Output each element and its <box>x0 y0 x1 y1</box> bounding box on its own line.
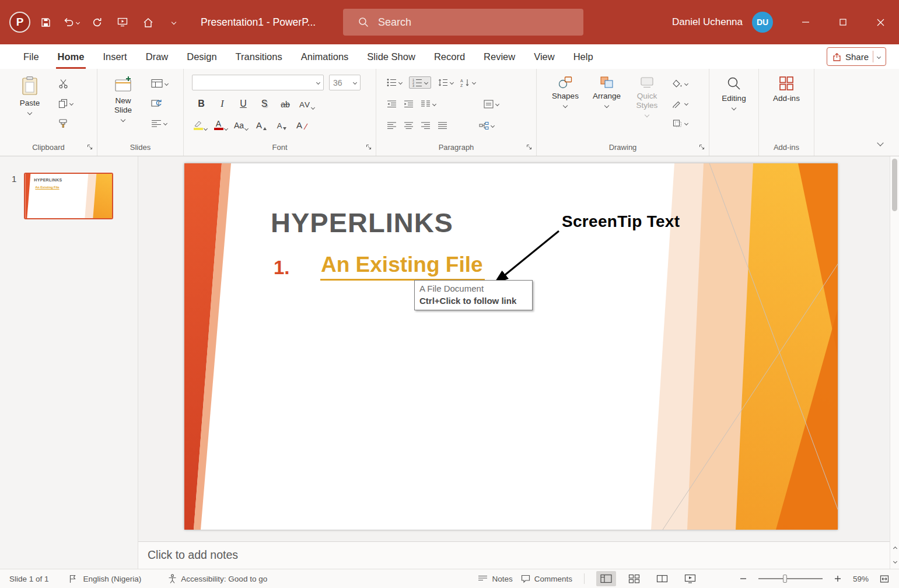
home-button[interactable] <box>138 10 159 34</box>
paragraph-dialog-launcher[interactable] <box>525 143 533 151</box>
font-dialog-launcher[interactable] <box>365 143 373 151</box>
copy-button[interactable] <box>58 97 73 110</box>
notes-pane[interactable]: Click to add notes <box>138 541 890 569</box>
close-button[interactable] <box>862 0 899 44</box>
slide-sorter-view-button[interactable] <box>624 571 644 586</box>
tab-help[interactable]: Help <box>564 44 603 69</box>
slideshow-view-button[interactable] <box>680 571 700 586</box>
align-right-button[interactable] <box>421 119 431 132</box>
collapse-ribbon-button[interactable] <box>878 137 883 148</box>
new-slide-button[interactable]: New Slide <box>106 72 141 121</box>
font-name-combo[interactable] <box>192 75 324 90</box>
quick-styles-button[interactable]: Quick Styles <box>630 72 664 117</box>
slide-1-thumbnail[interactable]: HYPERLINKS An Existing File <box>24 173 113 219</box>
start-slideshow-button[interactable] <box>112 10 133 34</box>
convert-smartart-button[interactable] <box>479 119 494 132</box>
save-button[interactable] <box>35 10 56 34</box>
accessibility-button[interactable]: Accessibility: Good to go <box>168 574 267 583</box>
user-avatar[interactable]: DU <box>752 12 773 33</box>
fit-to-window-button[interactable] <box>877 571 892 586</box>
tab-view[interactable]: View <box>524 44 564 69</box>
character-spacing-button[interactable]: AV <box>299 96 314 110</box>
underline-button[interactable]: U <box>236 96 250 110</box>
tab-slide-show[interactable]: Slide Show <box>358 44 425 69</box>
scroll-down-button[interactable] <box>890 555 899 568</box>
align-text-button[interactable] <box>484 97 499 110</box>
language-button[interactable]: English (Nigeria) <box>83 575 142 583</box>
drawing-dialog-launcher[interactable] <box>698 143 706 151</box>
justify-button[interactable] <box>438 119 447 132</box>
spell-check-button[interactable] <box>69 575 76 583</box>
minimize-button[interactable] <box>787 0 824 44</box>
editing-button[interactable]: Editing <box>716 72 751 110</box>
font-color-button[interactable]: A <box>214 117 228 131</box>
line-spacing-button[interactable] <box>438 76 453 89</box>
clear-formatting-button[interactable]: A <box>295 117 309 131</box>
cut-button[interactable] <box>58 77 73 90</box>
tab-record[interactable]: Record <box>425 44 474 69</box>
tab-review[interactable]: Review <box>474 44 524 69</box>
redo-button[interactable] <box>86 10 107 34</box>
shape-outline-button[interactable] <box>672 97 688 110</box>
reset-slide-button[interactable] <box>151 97 168 110</box>
clipboard-dialog-launcher[interactable] <box>86 143 94 151</box>
shape-effects-button[interactable] <box>672 117 688 130</box>
zoom-out-button[interactable] <box>736 571 750 586</box>
tab-file[interactable]: File <box>14 44 48 69</box>
format-painter-button[interactable] <box>58 117 73 130</box>
paragraph-group-label: Paragraph <box>376 143 536 152</box>
normal-view-button[interactable] <box>596 571 616 586</box>
screentip-label-textbox[interactable]: ScreenTip Text <box>562 212 680 231</box>
decrease-font-size-button[interactable]: A <box>275 117 289 131</box>
chevron-down-icon <box>893 559 897 563</box>
decrease-indent-button[interactable] <box>387 97 397 110</box>
bullets-button[interactable] <box>387 76 402 89</box>
tab-animations[interactable]: Animations <box>292 44 358 69</box>
scroll-up-button[interactable] <box>890 542 899 555</box>
paste-button[interactable]: Paste <box>13 72 47 114</box>
change-case-button[interactable]: Aa <box>234 117 248 131</box>
tab-transitions[interactable]: Transitions <box>226 44 292 69</box>
comments-toggle-button[interactable]: Comments <box>521 575 572 583</box>
share-button[interactable]: Share <box>827 47 886 66</box>
tab-design[interactable]: Design <box>177 44 226 69</box>
italic-button[interactable]: I <box>215 96 229 110</box>
shape-fill-button[interactable] <box>672 77 688 90</box>
addins-button[interactable]: Add-ins <box>768 72 804 103</box>
numbering-button[interactable]: 123 <box>409 76 431 89</box>
zoom-in-button[interactable] <box>831 571 845 586</box>
strikethrough-button[interactable]: ab <box>278 96 292 110</box>
font-size-combo[interactable]: 36 <box>329 75 361 90</box>
undo-button[interactable] <box>61 10 82 34</box>
slide-title-text[interactable]: HYPERLINKS <box>271 206 453 239</box>
slide-layout-button[interactable] <box>151 77 168 90</box>
columns-button[interactable] <box>421 97 436 110</box>
highlight-color-button[interactable] <box>193 117 207 131</box>
scrollbar-thumb[interactable] <box>892 159 897 211</box>
text-shadow-button[interactable]: S <box>257 96 271 110</box>
increase-font-size-button[interactable]: A <box>254 117 268 131</box>
align-left-button[interactable] <box>387 119 397 132</box>
text-direction-button[interactable]: AZ <box>460 76 475 89</box>
slide[interactable]: HYPERLINKS 1. An Existing File ScreenTip… <box>184 163 838 530</box>
increase-indent-button[interactable] <box>404 97 414 110</box>
bold-button[interactable]: B <box>194 96 208 110</box>
tab-insert[interactable]: Insert <box>93 44 136 69</box>
shapes-button[interactable]: Shapes <box>547 72 583 107</box>
notes-toggle-button[interactable]: Notes <box>478 575 512 583</box>
search-box[interactable]: Search <box>343 9 583 36</box>
tab-draw[interactable]: Draw <box>137 44 178 69</box>
align-center-button[interactable] <box>404 119 414 132</box>
tab-home[interactable]: Home <box>48 44 94 69</box>
maximize-button[interactable] <box>824 0 862 44</box>
zoom-slider-thumb[interactable] <box>783 575 787 583</box>
zoom-slider[interactable] <box>758 571 823 586</box>
paragraph-row-3 <box>387 119 494 132</box>
slide-indicator[interactable]: Slide 1 of 1 <box>9 575 49 583</box>
arrange-button[interactable]: Arrange <box>588 72 625 107</box>
zoom-percentage-button[interactable]: 59% <box>853 575 869 583</box>
reading-view-button[interactable] <box>652 571 672 586</box>
hyperlink-text[interactable]: An Existing File <box>320 253 485 281</box>
section-button[interactable] <box>151 117 168 130</box>
quick-access-toolbar-menu[interactable] <box>163 10 184 34</box>
